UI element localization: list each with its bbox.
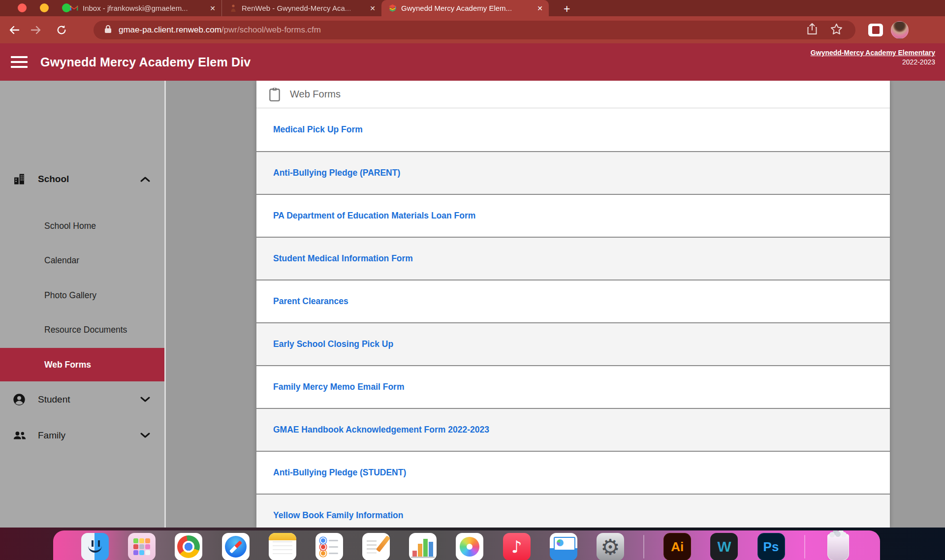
profile-avatar[interactable] bbox=[891, 21, 909, 39]
form-link-early-closing-pick-up[interactable]: Early School Closing Pick Up bbox=[273, 339, 393, 349]
dock-keynote-icon[interactable] bbox=[550, 533, 577, 560]
sidebar-section-family[interactable]: Family bbox=[0, 424, 164, 447]
tab-strip: Inbox - jfrankowski@gmaelem... ✕ RenWeb … bbox=[0, 0, 945, 16]
form-link-handbook-acknowledgement[interactable]: GMAE Handbook Acknowledgement Form 2022-… bbox=[273, 425, 489, 435]
minimize-window-button[interactable] bbox=[40, 3, 49, 12]
school-cap-icon bbox=[388, 4, 397, 12]
reload-button[interactable] bbox=[54, 25, 69, 35]
dock-finder-icon[interactable] bbox=[81, 533, 109, 560]
sidebar-item-resource-documents[interactable]: Resource Documents bbox=[44, 319, 127, 341]
address-bar[interactable]: gmae-pa.client.renweb.com/pwr/school/web… bbox=[94, 21, 855, 39]
sidebar-item-photo-gallery[interactable]: Photo Gallery bbox=[44, 284, 96, 306]
macos-dock: Ai W Ps bbox=[53, 530, 880, 560]
dock-illustrator-icon[interactable]: Ai bbox=[663, 533, 691, 560]
sidebar-school-label: School bbox=[38, 174, 69, 185]
url-text: gmae-pa.client.renweb.com/pwr/school/web… bbox=[119, 25, 807, 35]
sidebar-section-school[interactable]: School bbox=[0, 167, 164, 191]
portal-title: Gwynedd Mercy Academy Elem Div bbox=[40, 55, 251, 69]
dock-photos-icon[interactable] bbox=[456, 533, 483, 560]
form-link-anti-bullying-parent[interactable]: Anti-Bullying Pledge (PARENT) bbox=[273, 168, 400, 178]
form-link-yellow-book[interactable]: Yellow Book Family Information bbox=[273, 510, 403, 521]
dock-numbers-icon[interactable] bbox=[409, 533, 437, 560]
dock-pages-icon[interactable] bbox=[362, 533, 390, 560]
clipboard-icon bbox=[268, 87, 281, 102]
dock-webex-icon[interactable]: W bbox=[710, 533, 738, 560]
list-item: Medical Pick Up Form bbox=[256, 108, 890, 151]
bookmark-star-icon[interactable] bbox=[830, 23, 843, 37]
form-link-parent-clearances[interactable]: Parent Clearances bbox=[273, 296, 348, 307]
form-link-pa-materials-loan[interactable]: PA Department of Education Materials Loa… bbox=[273, 211, 475, 221]
new-tab-button[interactable]: + bbox=[560, 3, 574, 15]
sidebar-section-student[interactable]: Student bbox=[0, 388, 164, 411]
list-item: GMAE Handbook Acknowledgement Form 2022-… bbox=[256, 408, 890, 451]
tab-close-icon[interactable]: ✕ bbox=[536, 4, 544, 12]
tab-close-icon[interactable]: ✕ bbox=[369, 4, 377, 12]
sidebar-student-label: Student bbox=[38, 394, 70, 405]
browser-toolbar: gmae-pa.client.renweb.com/pwr/school/web… bbox=[0, 16, 945, 43]
form-link-anti-bullying-student[interactable]: Anti-Bullying Pledge (STUDENT) bbox=[273, 467, 406, 478]
form-list: Medical Pick Up Form Anti-Bullying Pledg… bbox=[256, 108, 890, 528]
school-year: 2022-2023 bbox=[811, 58, 935, 67]
list-item: Early School Closing Pick Up bbox=[256, 322, 890, 365]
form-link-mercy-memo-email[interactable]: Family Mercy Memo Email Form bbox=[273, 382, 404, 392]
form-link-medical-pick-up[interactable]: Medical Pick Up Form bbox=[273, 124, 363, 135]
tab-title: RenWeb - Gwynedd-Mercy Aca... bbox=[242, 4, 364, 12]
tab-renweb[interactable]: RenWeb - Gwynedd-Mercy Aca... ✕ bbox=[221, 0, 381, 16]
school-name-link[interactable]: Gwynedd-Mercy Academy Elementary bbox=[811, 48, 935, 58]
browser-window: Inbox - jfrankowski@gmaelem... ✕ RenWeb … bbox=[0, 0, 945, 528]
dock-safari-icon[interactable] bbox=[222, 533, 250, 560]
chevron-down-icon[interactable] bbox=[140, 432, 151, 439]
list-item: Yellow Book Family Information bbox=[256, 494, 890, 528]
tab-gwynedd-active[interactable]: Gwynedd Mercy Academy Elem... ✕ bbox=[381, 0, 549, 16]
share-icon[interactable] bbox=[807, 23, 818, 37]
webex-label: W bbox=[710, 533, 738, 560]
chevron-down-icon[interactable] bbox=[140, 396, 151, 403]
hamburger-menu-icon[interactable] bbox=[11, 56, 28, 68]
url-path: /pwr/school/web-forms.cfm bbox=[221, 25, 321, 34]
desktop: Inbox - jfrankowski@gmaelem... ✕ RenWeb … bbox=[0, 0, 945, 560]
school-year-block: Gwynedd-Mercy Academy Elementary 2022-20… bbox=[811, 48, 935, 67]
illustrator-label: Ai bbox=[664, 533, 691, 560]
dock-notes-icon[interactable] bbox=[269, 533, 296, 560]
dock-trash-icon[interactable] bbox=[827, 534, 849, 560]
list-item: Family Mercy Memo Email Form bbox=[256, 365, 890, 408]
tab-close-icon[interactable]: ✕ bbox=[209, 4, 217, 12]
sidebar-item-school-home[interactable]: School Home bbox=[44, 215, 96, 237]
chevron-up-icon[interactable] bbox=[140, 176, 151, 183]
side-panel-button[interactable] bbox=[868, 24, 883, 36]
lock-icon bbox=[104, 25, 112, 35]
web-forms-card: Web Forms Medical Pick Up Form Anti-Bull… bbox=[256, 81, 890, 528]
family-people-icon bbox=[12, 429, 27, 442]
dock-chrome-icon[interactable] bbox=[175, 533, 202, 560]
form-link-student-medical-info[interactable]: Student Medical Information Form bbox=[273, 253, 413, 264]
sidebar-item-calendar[interactable]: Calendar bbox=[44, 249, 79, 271]
dock-photoshop-icon[interactable]: Ps bbox=[757, 533, 785, 560]
close-window-button[interactable] bbox=[18, 3, 27, 12]
side-panel-glyph bbox=[872, 26, 880, 34]
dock-launchpad-icon[interactable] bbox=[128, 533, 156, 560]
url-host: gmae-pa.client.renweb.com bbox=[119, 25, 221, 34]
sidebar-item-web-forms-active[interactable]: Web Forms bbox=[0, 348, 164, 381]
dock-separator bbox=[643, 535, 644, 559]
dock-reminders-icon[interactable] bbox=[315, 533, 343, 560]
tab-title: Gwynedd Mercy Academy Elem... bbox=[401, 4, 532, 12]
dock-system-settings-icon[interactable] bbox=[597, 533, 624, 560]
list-item: Anti-Bullying Pledge (STUDENT) bbox=[256, 451, 890, 494]
student-person-icon bbox=[12, 393, 27, 406]
sidebar-nav: School School Home Calendar Photo Galler… bbox=[0, 81, 166, 528]
forward-button[interactable] bbox=[29, 25, 43, 35]
renweb-icon bbox=[229, 4, 237, 12]
card-header: Web Forms bbox=[256, 81, 890, 108]
list-item: Student Medical Information Form bbox=[256, 237, 890, 280]
page-body: School School Home Calendar Photo Galler… bbox=[0, 81, 945, 528]
school-building-icon bbox=[12, 172, 27, 186]
card-title: Web Forms bbox=[290, 89, 341, 100]
dock-music-icon[interactable] bbox=[503, 533, 531, 560]
tab-gmail[interactable]: Inbox - jfrankowski@gmaelem... ✕ bbox=[63, 0, 221, 16]
sidebar-active-label: Web Forms bbox=[44, 360, 91, 370]
sidebar-family-label: Family bbox=[38, 430, 65, 441]
portal-header: Gwynedd Mercy Academy Elem Div Gwynedd-M… bbox=[0, 43, 945, 81]
back-button[interactable] bbox=[7, 25, 22, 35]
list-item: PA Department of Education Materials Loa… bbox=[256, 194, 890, 237]
list-item: Anti-Bullying Pledge (PARENT) bbox=[256, 151, 890, 194]
